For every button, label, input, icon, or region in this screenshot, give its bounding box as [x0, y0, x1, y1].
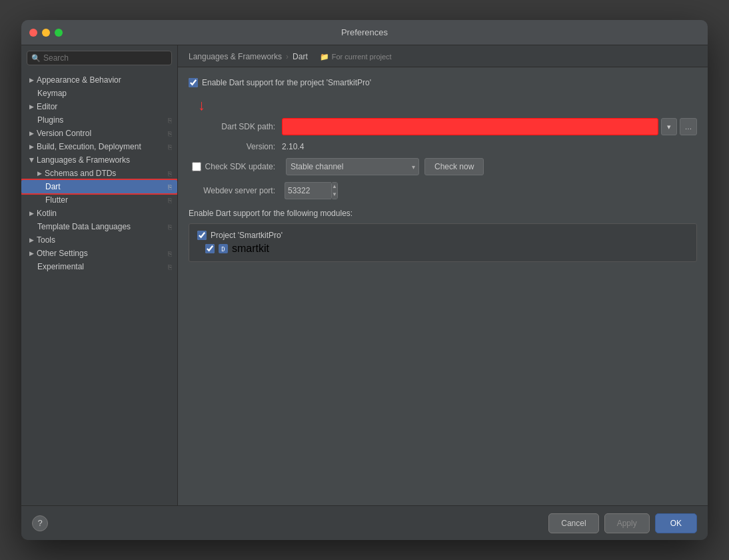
breadcrumb-part-1: Languages & Frameworks	[189, 52, 282, 61]
sidebar-item-tools[interactable]: ▶ Tools	[21, 233, 177, 247]
check-sdk-label-group: Check SDK update:	[189, 162, 282, 171]
arrow-icon: ▶	[29, 250, 34, 257]
arrow-icon: ▶	[29, 130, 34, 137]
module-smartkit-icon: D	[219, 244, 228, 253]
check-sdk-controls: Stable channel Beta channel Dev channel …	[286, 158, 484, 175]
check-now-button[interactable]: Check now	[424, 158, 484, 175]
traffic-lights	[29, 29, 63, 37]
channel-select[interactable]: Stable channel Beta channel Dev channel	[286, 158, 419, 175]
copy-icon: ⎘	[168, 183, 172, 191]
arrow-icon: ▶	[37, 170, 42, 177]
enable-dart-label: Enable Dart support for the project 'Sma…	[202, 78, 371, 87]
search-icon: 🔍	[31, 54, 41, 63]
sdk-path-label: Dart SDK path:	[189, 122, 282, 131]
sidebar-item-build-execution[interactable]: ▶ Build, Execution, Deployment ⎘	[21, 140, 177, 153]
sdk-path-dropdown-button[interactable]: ▾	[661, 118, 677, 135]
sidebar-item-label: Experimental	[37, 262, 84, 271]
webdev-port-decrement[interactable]: ▼	[332, 191, 337, 199]
sidebar-item-label: Keymap	[37, 89, 67, 98]
sdk-path-input[interactable]	[282, 118, 658, 135]
module-list: Project 'SmartkitPro' D	[189, 223, 697, 262]
breadcrumb-current: Dart	[293, 52, 308, 61]
modules-label: Enable Dart support for the following mo…	[189, 209, 697, 218]
sidebar-item-other-settings[interactable]: ▶ Other Settings ⎘	[21, 247, 177, 260]
copy-icon: ⎘	[168, 143, 172, 151]
copy-icon: ⎘	[168, 130, 172, 137]
version-value: 2.10.4	[282, 142, 304, 151]
webdev-port-increment[interactable]: ▲	[332, 183, 337, 191]
sidebar-item-label: Appearance & Behavior	[37, 75, 121, 85]
check-sdk-label: Check SDK update:	[205, 162, 275, 171]
copy-icon: ⎘	[168, 263, 172, 271]
content-panel: Languages & Frameworks › Dart 📁 For curr…	[178, 45, 708, 505]
settings-panel: Enable Dart support for the project 'Sma…	[178, 67, 708, 505]
maximize-button[interactable]	[55, 29, 63, 37]
module-project-checkbox[interactable]	[197, 231, 207, 240]
arrow-icon: ▶	[29, 77, 34, 83]
copy-icon: ⎘	[168, 170, 172, 177]
sdk-path-row: Dart SDK path: ▾ …	[189, 118, 697, 135]
sidebar-item-schemas-dtds[interactable]: ▶ Schemas and DTDs ⎘	[21, 167, 177, 180]
sidebar-item-editor[interactable]: ▶ Editor	[21, 100, 177, 113]
cancel-button[interactable]: Cancel	[548, 513, 598, 533]
help-button[interactable]: ?	[32, 515, 48, 531]
sidebar-item-plugins[interactable]: Plugins ⎘	[21, 113, 177, 127]
project-icon: 📁	[320, 53, 329, 61]
sidebar-item-version-control[interactable]: ▶ Version Control ⎘	[21, 127, 177, 140]
search-input[interactable]	[43, 53, 167, 63]
sidebar-item-label: Kotlin	[37, 209, 57, 218]
sdk-path-browse-button[interactable]: …	[680, 118, 697, 135]
minimize-button[interactable]	[42, 29, 50, 37]
sidebar-item-label: Other Settings	[37, 249, 88, 258]
main-content: 🔍 ▶ Appearance & Behavior Keymap ▶ Edito…	[21, 45, 708, 505]
breadcrumb-separator: ›	[286, 52, 289, 61]
copy-icon: ⎘	[168, 223, 172, 231]
copy-icon: ⎘	[168, 117, 172, 124]
webdev-label: Webdev server port:	[189, 186, 282, 195]
sidebar-item-label: Editor	[37, 102, 57, 111]
search-box[interactable]: 🔍	[27, 51, 172, 65]
sidebar-item-label: Version Control	[37, 129, 91, 138]
modules-section: Enable Dart support for the following mo…	[189, 209, 697, 262]
close-button[interactable]	[29, 29, 37, 37]
sidebar-item-keymap[interactable]: Keymap	[21, 87, 177, 100]
sidebar-tree: ▶ Appearance & Behavior Keymap ▶ Editor …	[21, 71, 177, 505]
webdev-port-spinner: ▲ ▼	[331, 182, 338, 199]
title-bar: Preferences	[21, 20, 708, 45]
webdev-port-input[interactable]	[285, 182, 331, 199]
sdk-path-container: ▾ …	[282, 118, 697, 135]
preferences-window: Preferences 🔍 ▶ Appearance & Behavior Ke…	[21, 20, 708, 540]
settings-panel-inner: Enable Dart support for the project 'Sma…	[189, 78, 697, 262]
sidebar-item-experimental[interactable]: Experimental ⎘	[21, 260, 177, 273]
sidebar-item-label: Template Data Languages	[37, 222, 131, 231]
sidebar-item-languages-frameworks[interactable]: ▶ Languages & Frameworks	[21, 153, 177, 167]
window-title: Preferences	[341, 27, 388, 37]
apply-button[interactable]: Apply	[604, 513, 650, 533]
action-buttons: Cancel Apply OK	[548, 513, 697, 533]
arrow-icon: ▶	[29, 237, 34, 243]
sidebar-item-label: Dart	[45, 182, 61, 191]
enable-dart-row: Enable Dart support for the project 'Sma…	[189, 78, 697, 87]
sidebar-item-flutter[interactable]: Flutter ⎘	[21, 193, 177, 207]
ok-button[interactable]: OK	[655, 513, 697, 533]
module-smartkit-checkbox[interactable]	[205, 244, 215, 253]
webdev-row: Webdev server port: ▲ ▼	[189, 182, 697, 199]
webdev-port-container: ▲ ▼	[285, 182, 338, 199]
version-row: Version: 2.10.4	[189, 142, 697, 151]
sidebar-item-appearance-behavior[interactable]: ▶ Appearance & Behavior	[21, 73, 177, 87]
sidebar-item-kotlin[interactable]: ▶ Kotlin	[21, 207, 177, 220]
enable-dart-checkbox[interactable]	[189, 78, 198, 87]
sidebar-item-label: Build, Execution, Deployment	[37, 142, 141, 151]
sidebar-item-label: Languages & Frameworks	[37, 155, 130, 165]
channel-select-wrap: Stable channel Beta channel Dev channel	[286, 158, 419, 175]
check-sdk-row: Check SDK update: Stable channel Beta ch…	[189, 158, 697, 175]
arrow-icon: ▶	[29, 103, 34, 110]
sidebar-item-dart[interactable]: Dart ⎘	[21, 180, 177, 193]
check-sdk-checkbox[interactable]	[192, 162, 201, 171]
copy-icon: ⎘	[168, 250, 172, 257]
bottom-bar: ? Cancel Apply OK	[21, 505, 708, 540]
breadcrumb-bar: Languages & Frameworks › Dart 📁 For curr…	[178, 45, 708, 67]
sidebar-item-label: Flutter	[45, 195, 68, 205]
arrow-icon: ▶	[29, 158, 35, 163]
sidebar-item-template-data-languages[interactable]: Template Data Languages ⎘	[21, 220, 177, 233]
